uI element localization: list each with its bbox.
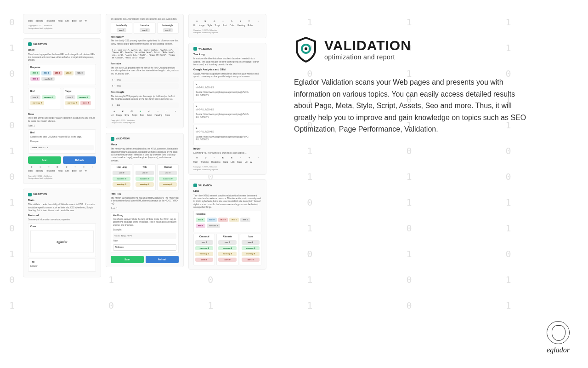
nav-icon[interactable]: ◈ (237, 20, 244, 23)
font-size-desc: The font-size CSS property sets the size… (111, 67, 179, 75)
footer-text: Copyright © 2022 - ValidationDesigned an… (193, 166, 261, 171)
hotjar-title: hotjar (193, 147, 261, 151)
g-label: G (196, 127, 259, 130)
nav-icon[interactable]: ◈ (81, 166, 87, 168)
nav-icon[interactable]: ○ (172, 110, 179, 113)
response-label: Response (30, 66, 94, 69)
nav-icon[interactable]: ▣ (119, 110, 126, 113)
chip: success: 0 (136, 177, 153, 181)
nav-icon[interactable]: ◐ (146, 110, 153, 113)
code-example: <html lang="en"> (113, 233, 176, 239)
nav-icon[interactable]: ◉ (28, 166, 34, 168)
font-family-hd: font-family (113, 24, 130, 27)
alternate-hd: Alternate (218, 236, 236, 238)
font-size-title: font-size (111, 62, 179, 66)
response-label: Response (196, 213, 259, 216)
status-chip: 301: 0 (41, 71, 51, 75)
meta-desc: The <meta> tag defines metadata about an… (111, 148, 179, 162)
nav-icon[interactable]: H (246, 20, 253, 23)
chip: success: 0 (42, 95, 56, 100)
screenshot-card-base: VALIDATION Base The <base> tag specifies… (23, 38, 101, 184)
refresh-button[interactable]: Refresh (146, 256, 179, 263)
nav-icon[interactable]: ▣ (202, 20, 209, 23)
shield-icon (294, 37, 318, 63)
chip: use: 0 (218, 240, 236, 245)
cover-image: eglador (30, 230, 94, 253)
nav-icon[interactable]: ◐ (211, 20, 217, 23)
brand-name: eglador (547, 346, 570, 354)
href-desc: Specifies the base URL for all relative … (30, 136, 94, 138)
font-size-hd: font-size (136, 24, 153, 27)
scan-button[interactable]: Scan (28, 156, 61, 164)
nav-icon[interactable]: ≡ (211, 156, 217, 159)
nav-icon[interactable]: ◈ (137, 110, 143, 113)
font-intro: an element's font. Alternatively, it set… (111, 18, 179, 21)
refresh-button[interactable]: Refresh (63, 156, 96, 164)
chip: warning: 0 (30, 101, 44, 105)
nav-icon[interactable]: ◐ (229, 156, 235, 159)
nav-icon[interactable]: ○ (255, 20, 261, 23)
status-chip: 500: 0 (75, 71, 85, 75)
filter-select[interactable]: Attributes (113, 244, 176, 251)
g-id: Id: G-RLLJV3DH8S (196, 131, 259, 133)
nav-icon[interactable]: JS (128, 110, 135, 113)
g-id: Id: G-RLLJV3DH8S (196, 86, 259, 89)
nav-icon[interactable]: ○ (237, 156, 244, 159)
chip: success: 0 (113, 177, 130, 181)
footer-text: Copyright © 2022 - ValidationDesigned an… (111, 119, 179, 124)
nav-icon[interactable]: ◉ (111, 110, 117, 113)
scan-button[interactable]: Scan (111, 256, 144, 263)
htmltag-desc: The <html> tag represents the root of an… (111, 197, 179, 206)
nav-icon[interactable]: ◐ (63, 166, 70, 168)
chip: success: 0 (77, 95, 90, 100)
section-title: Base (28, 48, 96, 52)
nav-icon[interactable]: ◈ (246, 156, 253, 159)
logo-title: VALIDATION (324, 39, 411, 52)
shield-icon (111, 137, 114, 141)
font-weight-desc: The font-weight CSS property sets the we… (111, 95, 179, 101)
nav-icon[interactable]: H (164, 110, 170, 113)
status-chip: 403: 0 (218, 218, 228, 222)
base-subtitle: Base (28, 113, 96, 116)
title-field-label: Title (30, 261, 94, 264)
logo-mini: VALIDATION (193, 47, 261, 51)
icon-nav-row: ◉◎≡▣◐○◈○ (193, 156, 261, 159)
screenshot-card-meta: VALIDATION Meta The <meta> tag defines m… (106, 133, 184, 268)
href-label: Href (30, 90, 59, 93)
nav-icon[interactable]: ◎ (37, 166, 43, 168)
nav-icon[interactable]: ☆ (72, 166, 79, 168)
g-id: Id: G-RLLJV3DH8S (196, 109, 259, 111)
example-label: Example: (113, 229, 176, 231)
g-label: G (196, 105, 259, 108)
chip: warning: 0 (159, 182, 177, 187)
nav-icon[interactable]: ○ (90, 166, 96, 168)
fs-item: 2 - 16px (111, 83, 179, 89)
chip: warning: 0 (136, 182, 153, 187)
nav-icon[interactable]: ≡ (45, 166, 52, 168)
nav-icon[interactable]: ▣ (54, 166, 61, 168)
nav-tabs: MainTrackingResponseMetaLinkBaseUrlW (28, 20, 96, 23)
nav-icon[interactable]: ◉ (193, 156, 200, 159)
title-value: Eglador (30, 265, 94, 268)
status-chip: novalid: 0 (207, 224, 220, 228)
shield-icon (28, 42, 32, 46)
status-chip: 200: 8 (196, 218, 205, 222)
nav-icon[interactable]: ○ (220, 20, 226, 23)
nav-icon[interactable]: A (229, 20, 235, 23)
nav-icon[interactable]: ○ (255, 156, 261, 159)
status-chip: 999: 0 (196, 224, 205, 228)
chip: success: 0 (159, 177, 177, 181)
filter-label: Filter (113, 240, 176, 242)
font-family-code: 1 ui-sans-serif, system-ui, -apple-syste… (111, 47, 179, 60)
nav-icon[interactable]: ◎ (202, 156, 209, 159)
g-source: Source: https://www.googletagmanager.com… (196, 91, 259, 97)
nav-icon[interactable]: ◉ (193, 20, 200, 23)
chip: use: 1 (30, 95, 40, 100)
fs-item: 1 - 12px (111, 77, 179, 83)
nav-labels: UrlImageStyleScriptFontColorHeadingRobo (111, 114, 179, 117)
status-chip: novalid: 0 (41, 77, 55, 81)
fw-item: 1 - 400 (111, 103, 179, 108)
nav-icon[interactable]: ○ (155, 110, 161, 113)
chip: use: 0 (65, 95, 75, 100)
nav-icon[interactable]: ▣ (220, 156, 226, 159)
